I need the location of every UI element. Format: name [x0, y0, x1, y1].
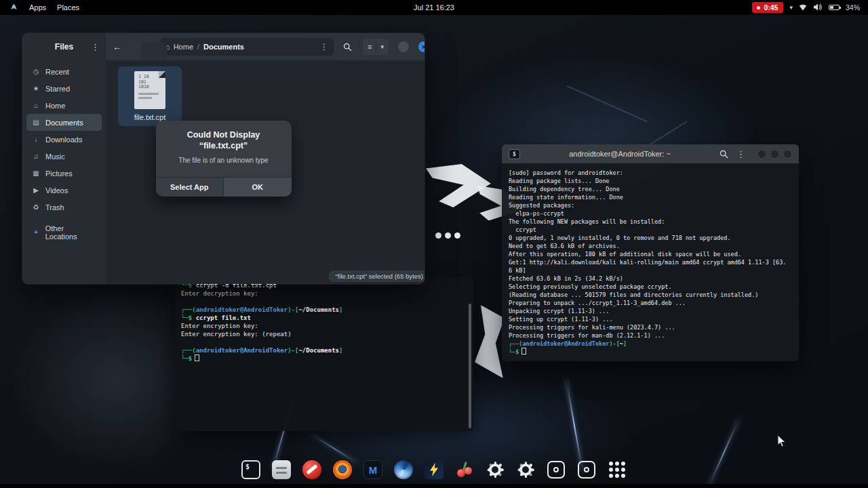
tray-expander-icon[interactable]: ▾: [789, 4, 793, 11]
terminal-text: 0 upgraded, 1 newly installed, 0 to remo…: [509, 235, 731, 241]
terminal-text: Get:1 http://kali.download/kali kali-rol…: [509, 259, 786, 266]
sidebar-item-other-locations[interactable]: +Other Locations: [26, 224, 102, 241]
terminal-output: [sudo] password for androidtoker:Reading…: [502, 163, 799, 361]
terminal-text: androidtoker@AndroidToker: [522, 340, 609, 347]
close-button[interactable]: ×: [418, 41, 425, 52]
clock[interactable]: Jul 21 16:23: [414, 3, 454, 12]
terminal-text: )-[: [288, 306, 298, 313]
breadcrumb-separator: /: [197, 43, 199, 51]
terminal-line: Enter encryption key: (repeat): [181, 330, 467, 338]
blue-m-app-icon[interactable]: M: [361, 458, 384, 481]
terminal-text: 6 kB]: [509, 267, 526, 274]
sidebar-item-documents[interactable]: ▤Documents: [26, 114, 102, 131]
app-grid-icon[interactable]: [606, 458, 629, 481]
terminal-line: After this operation, 180 kB of addition…: [509, 250, 792, 258]
volume-icon[interactable]: [813, 3, 823, 12]
terminal-text: └─$: [509, 348, 519, 355]
error-dialog: Could Not Display “file.txt.cpt” The fil…: [156, 121, 292, 197]
file-fold-corner: [159, 71, 165, 78]
recording-dot-icon: [757, 6, 760, 9]
chevron-down-icon: ▾: [380, 43, 384, 50]
terminal-minimize-button[interactable]: [757, 150, 766, 159]
terminal-menu-icon[interactable]: ⋮: [736, 149, 745, 159]
apps-menu[interactable]: Apps: [29, 3, 46, 12]
ok-button[interactable]: OK: [224, 178, 292, 197]
files-window[interactable]: Files ⋮ ◷Recent★Starred⌂Home▤Documents↓D…: [22, 33, 425, 285]
sidebar-menu-icon[interactable]: ⋮: [91, 42, 100, 52]
battery-fill: [830, 6, 833, 9]
kali-logo-icon[interactable]: [9, 3, 18, 12]
search-icon[interactable]: [343, 43, 352, 52]
terminal-text: ccrypt file.txt: [192, 314, 251, 321]
sidebar-item-label: Home: [45, 102, 65, 110]
settings-gear-icon-1[interactable]: [484, 458, 507, 481]
terminal-search-icon[interactable]: [719, 150, 728, 159]
terminal-text: Unpacking ccrypt (1.11-3) ...: [509, 308, 609, 314]
terminal-line: ┌──(androidtoker@AndroidToker)-[~]: [509, 340, 792, 348]
sidebar-item-pictures[interactable]: ▦Pictures: [26, 165, 102, 182]
sidebar-item-music[interactable]: ♫Music: [26, 148, 102, 165]
red-circle-app-icon[interactable]: [300, 458, 323, 481]
terminal-text: ┌──(: [181, 347, 196, 354]
network-icon[interactable]: [799, 3, 807, 12]
sidebar-item-videos[interactable]: ▶Videos: [26, 182, 102, 199]
music-icon: ♫: [32, 152, 40, 160]
terminal-line: elpa-ps-ccrypt: [509, 209, 792, 218]
terminal-close-button[interactable]: [783, 150, 792, 159]
home-icon: ⌂: [32, 102, 40, 109]
cherrytree-app-icon[interactable]: [453, 458, 476, 481]
maximize-button[interactable]: [398, 41, 409, 52]
file-icon-bar: [138, 97, 152, 99]
terminal-text: ]: [339, 306, 342, 313]
lightning-app-icon[interactable]: [422, 458, 446, 481]
terminal-text: ccrypt: [509, 226, 536, 233]
terminal-window-right[interactable]: $ androidtoker@AndroidToker: ~ ⋮ [sudo] …: [502, 144, 799, 361]
firefox-app-icon[interactable]: [331, 458, 354, 481]
terminal-text: └─$: [181, 314, 192, 321]
files-app-title: Files: [55, 42, 73, 52]
sidebar-item-starred[interactable]: ★Starred: [26, 80, 102, 97]
settings-gear-icon-2[interactable]: [514, 458, 537, 481]
terminal-titlebar[interactable]: $ androidtoker@AndroidToker: ~ ⋮: [502, 144, 799, 163]
terminal-line: Get:1 http://kali.download/kali kali-rol…: [509, 258, 792, 266]
terminal-line: [181, 338, 467, 346]
terminal-window-left[interactable]: └─$ ccrypt -d file.txt.cptEnter decrypti…: [175, 277, 473, 431]
terminal-line: [181, 298, 467, 306]
sidebar-item-trash[interactable]: ♻Trash: [26, 199, 102, 216]
scrollbar[interactable]: [469, 304, 471, 428]
terminal-maximize-button[interactable]: [770, 150, 779, 159]
other-locations-icon: +: [32, 228, 40, 236]
recording-indicator[interactable]: 0:45: [752, 2, 783, 13]
screenshot-tool-icon-2[interactable]: [575, 458, 598, 481]
breadcrumb-current[interactable]: Documents: [203, 43, 244, 51]
screenshot-tool-icon-1[interactable]: [545, 458, 568, 481]
terminal-line: Enter encryption key:: [181, 322, 467, 330]
sidebar-item-downloads[interactable]: ↓Downloads: [26, 131, 102, 148]
select-app-button[interactable]: Select App: [156, 178, 224, 197]
terminal-line: Enter decryption key:: [181, 289, 467, 298]
terminal-line: └─$: [509, 348, 792, 356]
breadcrumb-home[interactable]: ⌂ Home: [165, 43, 193, 51]
places-menu[interactable]: Places: [57, 3, 79, 12]
terminal-line: Preparing to unpack .../ccrypt_1.11-3_am…: [509, 299, 792, 307]
path-menu-icon[interactable]: ⋮: [320, 42, 328, 52]
dialog-buttons: Select App OK: [156, 177, 292, 197]
terminal-text: ]: [339, 347, 342, 354]
sidebar-item-label: Videos: [45, 186, 68, 195]
terminal-line: Processing triggers for kali-menu (2023.…: [509, 323, 792, 331]
blue-swirl-app-icon[interactable]: [392, 458, 415, 481]
file-manager-app-icon[interactable]: [270, 458, 293, 481]
sidebar-item-label: Starred: [45, 85, 70, 93]
sidebar-list: ◷Recent★Starred⌂Home▤Documents↓Downloads…: [22, 60, 106, 243]
terminal-text: Suggested packages:: [509, 202, 574, 209]
battery-icon[interactable]: [829, 5, 840, 10]
terminal-app-icon[interactable]: $: [239, 458, 262, 481]
view-toggle-button[interactable]: ≡ ▾: [363, 39, 389, 55]
terminal-cursor: [521, 348, 526, 354]
back-button[interactable]: ←: [113, 41, 127, 52]
file-icon: 1 10 101 1010: [134, 71, 165, 109]
sidebar-item-home[interactable]: ⌂Home: [26, 97, 102, 114]
file-item-file-txt-cpt[interactable]: 1 10 101 1010 file.txt.cpt: [118, 66, 182, 126]
sidebar-item-recent[interactable]: ◷Recent: [26, 63, 102, 80]
terminal-text: elpa-ps-ccrypt: [509, 210, 564, 217]
